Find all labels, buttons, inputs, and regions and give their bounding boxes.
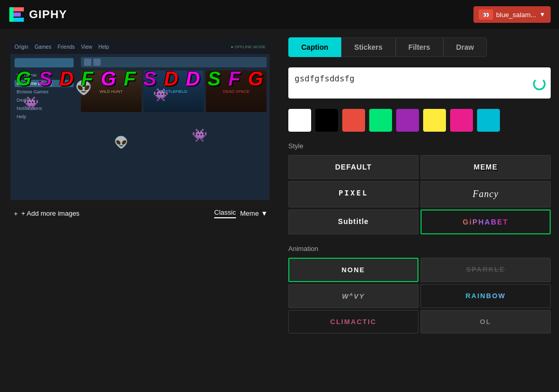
bottom-controls: ＋ + Add more images Classic Meme ▼	[10, 208, 270, 218]
tab-filters[interactable]: Filters	[396, 37, 443, 57]
anim-wavy[interactable]: WAVY	[288, 284, 418, 308]
screenshot-topbar: Origin Games Friends View Help ● OFFLINE…	[10, 39, 270, 54]
avatar-icon: 👀	[483, 12, 489, 18]
left-panel: Origin Games Friends View Help ● OFFLINE…	[0, 29, 280, 392]
add-images-label: + Add more images	[21, 209, 79, 217]
sidebar-deals: Deals	[15, 96, 74, 104]
topbar-games: Games	[35, 44, 51, 50]
color-purple[interactable]	[396, 109, 419, 132]
header: GIPHY 👀 blue_salam... ▼	[0, 0, 559, 29]
anim-sparkle[interactable]: SPARKLE	[421, 258, 551, 282]
meme-dropdown-arrow: ▼	[261, 209, 268, 217]
caption-char-d1: D	[60, 68, 75, 90]
logo-area: GIPHY	[8, 6, 67, 23]
style-grid: DEFAULT MEME PIXEL Fancy Subtitle GiPHAB…	[288, 155, 551, 234]
caption-char-s3: S	[207, 68, 221, 90]
view-toggle: Classic Meme ▼	[214, 208, 268, 218]
add-images-icon: ＋	[12, 209, 19, 218]
loading-spinner	[533, 78, 546, 90]
logo-text: GIPHY	[29, 8, 67, 21]
meme-view-option[interactable]: Meme ▼	[240, 209, 268, 217]
color-red[interactable]	[342, 109, 365, 132]
caption-text-input[interactable]: gsdfgfsddsfg	[288, 67, 551, 99]
anim-rainbow[interactable]: RAINBOW	[421, 284, 551, 308]
svg-rect-3	[13, 18, 24, 22]
offline-mode: ● OFFLINE MODE	[231, 45, 265, 49]
style-pixel[interactable]: PIXEL	[288, 181, 418, 207]
toolbar-list-btn	[93, 59, 101, 66]
style-default[interactable]: DEFAULT	[288, 155, 418, 179]
caption-char-f2: F	[123, 68, 136, 90]
screenshot-toolbar	[81, 57, 267, 67]
color-black[interactable]	[315, 109, 338, 132]
gif-preview: Origin Games Friends View Help ● OFFLINE…	[10, 39, 270, 200]
anim-climactic[interactable]: CLIMACTIC	[288, 310, 418, 333]
animation-section-label: Animation	[288, 245, 551, 253]
tab-caption[interactable]: Caption	[288, 37, 341, 57]
topbar-help: Help	[99, 44, 109, 50]
svg-rect-0	[9, 7, 13, 22]
caption-char-s2: S	[143, 68, 157, 90]
style-fancy[interactable]: Fancy	[421, 181, 551, 207]
user-dropdown-arrow: ▼	[539, 11, 546, 18]
topbar-view: View	[81, 44, 92, 50]
topbar-origin: Origin	[15, 44, 29, 50]
color-swatches	[288, 109, 551, 132]
classic-view-option[interactable]: Classic	[214, 208, 236, 218]
tab-bar: Caption Stickers Filters Draw	[288, 37, 551, 57]
color-green[interactable]	[369, 109, 392, 132]
tab-draw[interactable]: Draw	[443, 37, 487, 57]
color-pink[interactable]	[450, 109, 473, 132]
style-alphabet[interactable]: GiPHABET	[421, 209, 551, 234]
caption-char-g2: G	[101, 68, 117, 90]
style-section-label: Style	[288, 142, 551, 150]
screenshot-search-bar	[15, 58, 74, 67]
caption-char-f3: F	[228, 68, 241, 90]
color-cyan[interactable]	[477, 109, 500, 132]
caption-char-g3: G	[248, 68, 264, 90]
main-content: Origin Games Friends View Help ● OFFLINE…	[0, 29, 559, 392]
svg-rect-2	[13, 12, 21, 17]
caption-char-s1: S	[39, 68, 53, 90]
sidebar-notifications: Notifications	[15, 105, 74, 112]
color-white[interactable]	[288, 109, 311, 132]
svg-rect-1	[13, 7, 24, 11]
caption-char-f1: F	[81, 68, 94, 90]
caption-char-d3: D	[186, 68, 201, 90]
style-meme[interactable]: MEME	[421, 155, 551, 179]
tab-stickers[interactable]: Stickers	[341, 37, 395, 57]
anim-none[interactable]: NONE	[288, 258, 418, 282]
user-menu[interactable]: 👀 blue_salam... ▼	[473, 6, 551, 23]
user-name-text: blue_salam...	[496, 11, 536, 19]
color-yellow[interactable]	[423, 109, 446, 132]
giphy-logo-icon	[8, 6, 25, 23]
text-input-container: gsdfgfsddsfg	[288, 67, 551, 101]
sidebar-help: Help	[15, 113, 74, 120]
right-panel: Caption Stickers Filters Draw gsdfgfsdds…	[280, 29, 559, 392]
toolbar-grid-btn	[84, 59, 91, 66]
user-avatar: 👀	[479, 9, 493, 20]
add-images-button[interactable]: ＋ + Add more images	[12, 209, 79, 218]
caption-char-g1: G	[16, 68, 33, 90]
animation-grid: NONE SPARKLE WAVY RAINBOW CLIMACTIC OL	[288, 258, 551, 333]
topbar-friends: Friends	[58, 44, 75, 50]
caption-char-d2: D	[164, 68, 179, 90]
style-subtitle[interactable]: Subtitle	[288, 209, 418, 234]
meme-label: Meme	[240, 209, 259, 217]
screenshot-content: Origin Games Friends View Help ● OFFLINE…	[10, 39, 270, 200]
caption-overlay: G S D F G F S D D S F G	[10, 68, 270, 90]
anim-ol[interactable]: OL	[421, 310, 551, 333]
